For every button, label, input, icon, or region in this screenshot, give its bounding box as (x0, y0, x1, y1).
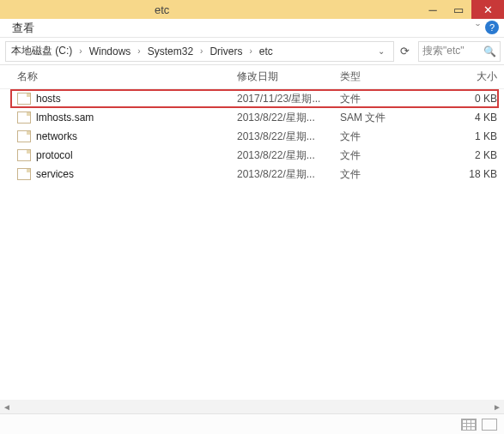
chevron-right-icon[interactable]: › (132, 46, 145, 56)
file-row[interactable]: networks2013/8/22/星期...文件1 KB (0, 127, 504, 146)
file-row[interactable]: services2013/8/22/星期...文件18 KB (0, 165, 504, 184)
crumb-windows[interactable]: Windows (88, 45, 133, 57)
view-icons-icon[interactable] (482, 419, 497, 431)
file-row[interactable]: protocol2013/8/22/星期...文件2 KB (0, 146, 504, 165)
chevron-right-icon[interactable]: › (74, 46, 87, 56)
file-icon (17, 93, 31, 105)
window-buttons: ─ ▭ ✕ (420, 0, 504, 19)
maximize-button[interactable]: ▭ (446, 0, 471, 19)
file-type: 文件 (340, 148, 433, 163)
file-icon (17, 149, 31, 161)
minimize-button[interactable]: ─ (420, 0, 446, 19)
search-input[interactable]: 搜索"etc" 🔍 (418, 41, 501, 62)
file-date: 2013/8/22/星期... (237, 148, 340, 163)
window-title: etc (155, 3, 169, 16)
crumb-drive[interactable]: 本地磁盘 (C:) (9, 44, 74, 58)
title-bar: etc ─ ▭ ✕ (0, 0, 504, 19)
file-date: 2017/11/23/星期... (237, 92, 340, 106)
view-details-icon[interactable] (461, 419, 477, 431)
file-row[interactable]: hosts2017/11/23/星期...文件0 KB (0, 89, 504, 108)
col-date[interactable]: 修改日期 (237, 69, 340, 84)
col-name[interactable]: 名称 (17, 69, 237, 84)
close-button[interactable]: ✕ (471, 0, 504, 19)
chevron-down-icon[interactable]: ˇ (476, 22, 480, 36)
search-placeholder: 搜索"etc" (422, 44, 465, 58)
file-icon (17, 112, 31, 124)
file-date: 2013/8/22/星期... (237, 111, 340, 125)
file-type: SAM 文件 (340, 111, 433, 125)
menu-view[interactable]: 查看 (12, 21, 34, 36)
chevron-right-icon[interactable]: › (244, 46, 257, 56)
file-name: hosts (36, 93, 237, 105)
file-name: lmhosts.sam (36, 112, 237, 124)
file-name: services (36, 168, 237, 180)
file-list: hosts2017/11/23/星期...文件0 KBlmhosts.sam20… (0, 89, 504, 184)
crumb-system32[interactable]: System32 (146, 45, 195, 57)
address-dropdown-icon[interactable]: ⌄ (373, 46, 390, 56)
file-size: 4 KB (433, 112, 504, 124)
file-size: 1 KB (433, 130, 504, 142)
scroll-left-icon[interactable]: ◄ (0, 402, 14, 412)
file-size: 0 KB (433, 93, 504, 105)
menu-bar: 查看 ˇ ? (0, 19, 504, 38)
address-bar: 本地磁盘 (C:) › Windows › System32 › Drivers… (0, 38, 504, 65)
file-name: protocol (36, 149, 237, 161)
col-type[interactable]: 类型 (340, 69, 433, 84)
chevron-right-icon[interactable]: › (195, 46, 208, 56)
help-icon[interactable]: ? (485, 21, 499, 34)
file-size: 2 KB (433, 149, 504, 161)
file-date: 2013/8/22/星期... (237, 130, 340, 144)
crumb-etc[interactable]: etc (258, 45, 275, 57)
breadcrumb[interactable]: 本地磁盘 (C:) › Windows › System32 › Drivers… (5, 41, 394, 62)
scroll-track[interactable] (14, 401, 490, 413)
file-size: 18 KB (433, 168, 504, 180)
horizontal-scrollbar[interactable]: ◄ ► (0, 400, 504, 413)
file-icon (17, 168, 31, 180)
file-row[interactable]: lmhosts.sam2013/8/22/星期...SAM 文件4 KB (0, 108, 504, 127)
column-headers: 名称 修改日期 类型 大小 (0, 65, 504, 89)
crumb-drivers[interactable]: Drivers (208, 45, 244, 57)
file-date: 2013/8/22/星期... (237, 167, 340, 182)
search-icon: 🔍 (483, 45, 496, 57)
file-name: networks (36, 130, 237, 142)
status-bar (0, 413, 504, 434)
file-type: 文件 (340, 92, 433, 106)
col-size[interactable]: 大小 (433, 69, 504, 84)
file-icon (17, 130, 31, 142)
file-type: 文件 (340, 130, 433, 144)
refresh-button[interactable]: ⟳ (394, 45, 415, 57)
file-type: 文件 (340, 167, 433, 182)
scroll-right-icon[interactable]: ► (490, 402, 504, 412)
